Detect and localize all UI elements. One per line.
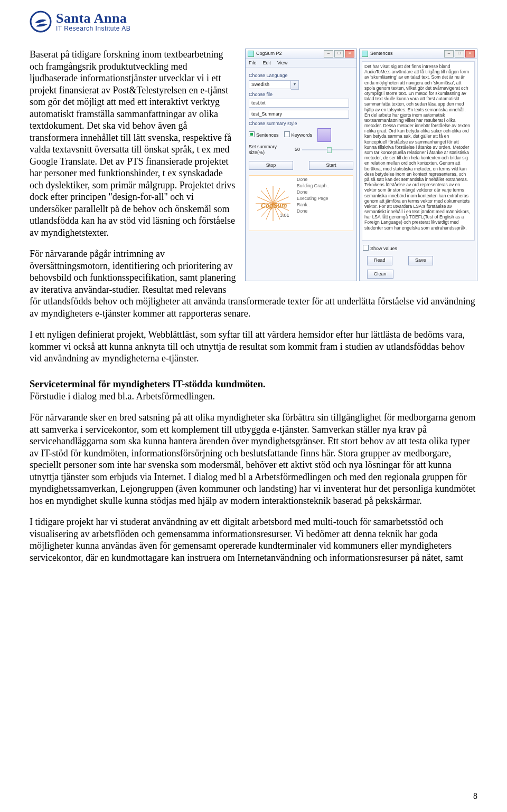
page-number: 8 bbox=[473, 791, 477, 801]
status-line: Done bbox=[297, 208, 329, 215]
status-box: CogSum Done Building Graph.. Done Execut… bbox=[249, 175, 353, 231]
close-button[interactable]: × bbox=[465, 50, 475, 58]
slider-label: Set summary size(%) bbox=[249, 144, 293, 156]
choose-file-label: Choose file bbox=[249, 92, 353, 98]
cogsum-title: CogSum P2 bbox=[256, 51, 282, 56]
keywords-checkbox[interactable]: Keywords bbox=[284, 131, 313, 138]
logo-mark-icon bbox=[30, 11, 52, 33]
paragraph-3: I ett nyligen definierat projekt, Webblä… bbox=[30, 329, 477, 365]
paragraph-5: I tidigare projekt har vi studerat använ… bbox=[30, 516, 477, 563]
sentences-body: Det har visat sig att det finns intresse… bbox=[362, 61, 475, 241]
section-title: Serviceterminal för myndigheters IT-stöd… bbox=[30, 378, 477, 390]
style-preview-icon bbox=[317, 128, 331, 142]
minimize-button[interactable]: – bbox=[444, 50, 454, 58]
maximize-button[interactable]: □ bbox=[455, 50, 464, 58]
app-screenshot: CogSum P2 – □ × File Edit View bbox=[245, 49, 477, 281]
status-line: Rank.. bbox=[297, 202, 329, 208]
cogsum-window: CogSum P2 – □ × File Edit View bbox=[245, 49, 357, 281]
status-line: Done bbox=[297, 189, 329, 196]
slider-value: 50 bbox=[295, 147, 300, 152]
minimize-button[interactable]: – bbox=[324, 50, 333, 58]
language-combo[interactable]: Swedish bbox=[249, 80, 291, 89]
section-subtitle: Förstudie i dialog med bl.a. Arbetsförme… bbox=[30, 390, 477, 403]
status-line: Executing Page bbox=[297, 196, 329, 202]
cogsum-titlebar: CogSum P2 – □ × bbox=[246, 49, 356, 59]
chevron-down-icon[interactable]: ▼ bbox=[291, 80, 299, 90]
logo: Santa Anna IT Research Institute AB bbox=[30, 11, 477, 33]
sentences-window: Sentences – □ × Det har visat sig att de… bbox=[359, 49, 477, 281]
paragraph-4: För närvarande sker en bred satsning på … bbox=[30, 412, 477, 507]
file-field-1[interactable]: test.txt bbox=[249, 99, 349, 108]
read-button[interactable]: Read bbox=[367, 256, 392, 265]
close-button[interactable]: × bbox=[345, 50, 354, 58]
logo-line2: IT Research Institute AB bbox=[56, 25, 130, 32]
app-icon bbox=[362, 51, 368, 57]
cogsum-brand: CogSum bbox=[261, 202, 287, 210]
menu-bar: File Edit View bbox=[246, 59, 356, 68]
stop-button[interactable]: Stop bbox=[249, 161, 293, 170]
sentences-title: Sentences bbox=[370, 51, 393, 56]
save-button[interactable]: Save bbox=[408, 256, 433, 265]
sentences-titlebar: Sentences – □ × bbox=[360, 49, 477, 59]
sentences-checkbox[interactable]: Sentences bbox=[249, 131, 279, 138]
status-line: Building Graph.. bbox=[297, 183, 329, 189]
menu-file[interactable]: File bbox=[249, 60, 257, 66]
summary-size-slider[interactable] bbox=[302, 149, 353, 150]
show-values-checkbox[interactable]: Show values bbox=[363, 246, 397, 251]
clean-button[interactable]: Clean bbox=[367, 270, 393, 279]
menu-view[interactable]: View bbox=[277, 60, 287, 66]
summary-style-label: Choose summary style bbox=[249, 121, 353, 127]
logo-line1: Santa Anna bbox=[56, 12, 130, 25]
app-icon bbox=[248, 51, 254, 57]
start-button[interactable]: Start bbox=[309, 161, 353, 170]
maximize-button[interactable]: □ bbox=[334, 50, 344, 58]
version: 3.01 bbox=[280, 213, 289, 218]
status-line: Done bbox=[297, 177, 329, 183]
file-field-2[interactable]: test_Summary bbox=[249, 110, 349, 119]
menu-edit[interactable]: Edit bbox=[263, 60, 271, 66]
choose-language-label: Choose Language bbox=[249, 73, 353, 79]
